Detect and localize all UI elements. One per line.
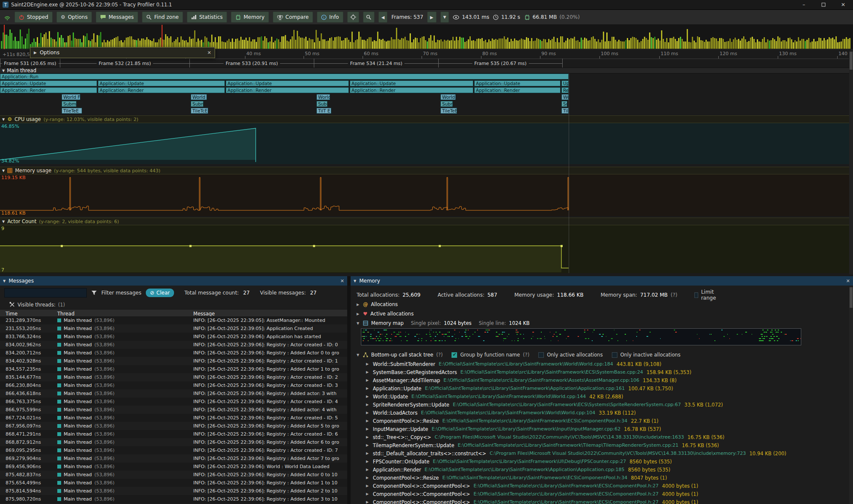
zone-bar[interactable]: World bbox=[440, 94, 456, 100]
message-row[interactable]: 835,144,677nsMain thread(53,896)INFO: [2… bbox=[0, 373, 347, 381]
next-frame-button[interactable]: ▶ bbox=[427, 12, 437, 23]
message-row[interactable]: 869,456,906nsMain thread(53,896)INFO: [2… bbox=[0, 463, 347, 471]
find-zone-button[interactable]: Find zone bbox=[142, 12, 183, 23]
memory-map[interactable] bbox=[361, 328, 801, 345]
memory-map-row[interactable]: ▼ Memory map Single pixel: 1024 bytes Si… bbox=[351, 319, 853, 327]
zone-bar[interactable]: Subm bbox=[316, 101, 328, 107]
callstack-row[interactable]: ▶ComponentPool<>::ResizeE:\Official\Sain… bbox=[351, 417, 849, 425]
chevron-down-icon[interactable]: ▼ bbox=[357, 321, 360, 325]
message-row[interactable]: 875,654,499nsMain thread(53,896)INFO: [2… bbox=[0, 479, 347, 487]
callstack-row[interactable]: ▶std::_Tree<>::_Copy<>C:\Program Files\M… bbox=[351, 433, 849, 441]
search-button[interactable] bbox=[363, 12, 375, 23]
only-active-checkbox[interactable] bbox=[538, 352, 544, 358]
message-row[interactable]: 834,002,962nsMain thread(53,896)INFO: [2… bbox=[0, 341, 347, 349]
callstack-row[interactable]: ▶ComponentPool<>::ComponentPool<>E:\Offi… bbox=[351, 498, 849, 504]
messages-button[interactable]: Messages bbox=[96, 12, 138, 23]
zone-bar[interactable]: Submit bbox=[62, 101, 77, 107]
memory-usage-header[interactable]: ▼ Memory usage (y-range: 544 bytes, visi… bbox=[0, 167, 853, 174]
frame-marker[interactable]: Frame 532 (21.85 ms) bbox=[60, 59, 190, 68]
messages-panel-header[interactable]: ▼ Messages ✕ bbox=[0, 276, 347, 286]
frame-row[interactable]: Frame 531 (20.65 ms)Frame 532 (21.85 ms)… bbox=[0, 59, 853, 68]
help-icon[interactable]: (?) bbox=[436, 352, 443, 358]
options-popup-close-icon[interactable]: ✕ bbox=[207, 50, 211, 56]
zone-bar[interactable]: Application::Render bbox=[474, 87, 561, 93]
zone-bar[interactable]: TileTeE bbox=[62, 108, 82, 114]
message-row[interactable]: 866,436,618nsMain thread(53,896)INFO: [2… bbox=[0, 389, 347, 398]
callstack-row[interactable]: ▶World::UpdateE:\Official\SaintTemplate\… bbox=[351, 392, 849, 401]
actor-count-header[interactable]: ▼ Actor Count (y-range: 2, visible data … bbox=[0, 218, 853, 225]
help-icon[interactable]: (?) bbox=[523, 352, 529, 358]
options-button[interactable]: ⚙ Options bbox=[56, 12, 92, 23]
info-button[interactable]: i Info bbox=[317, 12, 343, 23]
scrollbar-thumb[interactable] bbox=[850, 287, 853, 308]
prev-frame-button[interactable]: ◀ bbox=[378, 12, 388, 23]
close-button[interactable]: ✕ bbox=[833, 0, 853, 9]
chevron-right-icon[interactable]: ▶ bbox=[357, 312, 360, 316]
zone-bar[interactable]: Application::Render bbox=[98, 87, 225, 93]
message-row[interactable]: 866,975,599nsMain thread(53,896)INFO: [2… bbox=[0, 406, 347, 414]
zone-bar[interactable]: Application::Render bbox=[350, 87, 473, 93]
callstack-row[interactable]: ▶ComponentPool<>::ResizeE:\Official\Sain… bbox=[351, 474, 849, 482]
frame-marker[interactable]: Frame 534 (21.24 ms) bbox=[314, 59, 439, 68]
cpu-usage-header[interactable]: ▼ ⚙ CPU usage (y-range: 12.03%, visible … bbox=[0, 115, 853, 123]
group-by-function-checkbox[interactable] bbox=[452, 352, 457, 358]
memory-scrollbar[interactable] bbox=[849, 286, 853, 504]
frame-histogram[interactable] bbox=[0, 25, 853, 50]
callstack-row[interactable]: ▶Application::RenderE:\Official\SaintTem… bbox=[351, 466, 849, 474]
zone-bar[interactable]: World F bbox=[62, 94, 80, 100]
callstack-row[interactable]: ▶ComponentPool<>::ComponentPool<>E:\Offi… bbox=[351, 490, 849, 498]
minimize-button[interactable]: – bbox=[794, 0, 814, 9]
message-row[interactable]: 231,553,205nsMain thread(53,896)INFO: [2… bbox=[0, 324, 347, 333]
only-inactive-checkbox[interactable] bbox=[612, 352, 617, 358]
column-thread[interactable]: Thread bbox=[57, 311, 74, 317]
message-row[interactable]: 834,200,712nsMain thread(53,896)INFO: [2… bbox=[0, 349, 347, 357]
message-row[interactable]: 875,482,837nsMain thread(53,896)INFO: [2… bbox=[0, 471, 347, 479]
message-row[interactable]: 875,814,594nsMain thread(53,896)INFO: [2… bbox=[0, 487, 347, 495]
callstack-row[interactable]: ▶World::SubmitToRendererE:\Official\Sain… bbox=[351, 360, 849, 368]
frame-marker[interactable]: Frame 533 (20.91 ms) bbox=[189, 59, 314, 68]
zone-bar[interactable]: Application::Render bbox=[0, 87, 97, 93]
zone-bar[interactable]: Application::Update bbox=[0, 80, 97, 86]
visible-threads-row[interactable]: Visible threads: (1) bbox=[0, 300, 347, 309]
zone-bar[interactable]: TilT E bbox=[316, 108, 331, 114]
message-row[interactable]: 869,095,295nsMain thread(53,896)INFO: [2… bbox=[0, 446, 347, 454]
callstack-row[interactable]: ▶World::LoadActorsE:\Official\SaintTempl… bbox=[351, 409, 849, 417]
callstack-row[interactable]: ▶AssetManager::AddTilemapE:\Official\Sai… bbox=[351, 376, 849, 384]
callstack-row[interactable]: ▶FPSCounter::OnUpdateE:\Official\SaintTe… bbox=[351, 457, 849, 466]
message-row[interactable]: 867,956,097nsMain thread(53,896)INFO: [2… bbox=[0, 422, 347, 430]
zone-bar[interactable]: Wo bbox=[561, 94, 569, 100]
zone-bar[interactable]: World bbox=[316, 94, 330, 100]
scrollbar-thumb[interactable] bbox=[850, 52, 853, 70]
zone-bar[interactable]: Subm bbox=[191, 101, 204, 107]
zone-bar[interactable]: Submi bbox=[440, 101, 453, 107]
memory-close-icon[interactable]: ✕ bbox=[846, 278, 850, 284]
timeline-scrollbar[interactable] bbox=[849, 50, 853, 274]
maximize-button[interactable] bbox=[814, 0, 833, 9]
collapse-chevron-icon[interactable]: ▶ bbox=[34, 50, 37, 55]
chevron-right-icon[interactable]: ▶ bbox=[357, 303, 360, 307]
zone-bar[interactable]: Application::Update bbox=[98, 80, 225, 86]
zone-bar[interactable]: Upd bbox=[561, 80, 569, 86]
callstack-row[interactable]: ▶std::_Default_allocator_traits<>::const… bbox=[351, 449, 849, 457]
message-row[interactable]: 867,724,021nsMain thread(53,896)INFO: [2… bbox=[0, 414, 347, 422]
message-row[interactable]: 869,279,904nsMain thread(53,896)INFO: [2… bbox=[0, 454, 347, 463]
column-message[interactable]: Message bbox=[193, 311, 215, 317]
clear-button[interactable]: ⊘ Clear bbox=[146, 289, 174, 297]
help-icon[interactable]: (?) bbox=[671, 292, 678, 298]
options-popup[interactable]: ▶ Options ✕ bbox=[30, 47, 215, 58]
memory-plot[interactable]: 119.15 KB 118.61 KB bbox=[0, 174, 853, 216]
frame-marker[interactable]: Frame 535 (20.67 ms) bbox=[438, 59, 563, 68]
zone-bar[interactable]: Application::Update bbox=[350, 80, 473, 86]
actor-plot[interactable]: 9 7 bbox=[0, 225, 853, 273]
zone-bar[interactable]: Application::Run bbox=[0, 74, 569, 80]
zone-bar[interactable]: Application::Update bbox=[474, 80, 561, 86]
goto-frame-button[interactable] bbox=[347, 12, 359, 23]
panel-divider[interactable] bbox=[347, 276, 351, 504]
zone-bar[interactable]: TileTeE bbox=[440, 108, 457, 114]
message-row[interactable]: 834,557,235nsMain thread(53,896)INFO: [2… bbox=[0, 365, 347, 373]
message-row[interactable]: 868,872,912nsMain thread(53,896)INFO: [2… bbox=[0, 438, 347, 446]
statistics-button[interactable]: Statistics bbox=[187, 12, 227, 23]
zone-bar[interactable]: Application::Update bbox=[226, 80, 349, 86]
message-row[interactable]: 866,763,375nsMain thread(53,896)INFO: [2… bbox=[0, 398, 347, 406]
compare-button[interactable]: Compare bbox=[273, 12, 313, 23]
